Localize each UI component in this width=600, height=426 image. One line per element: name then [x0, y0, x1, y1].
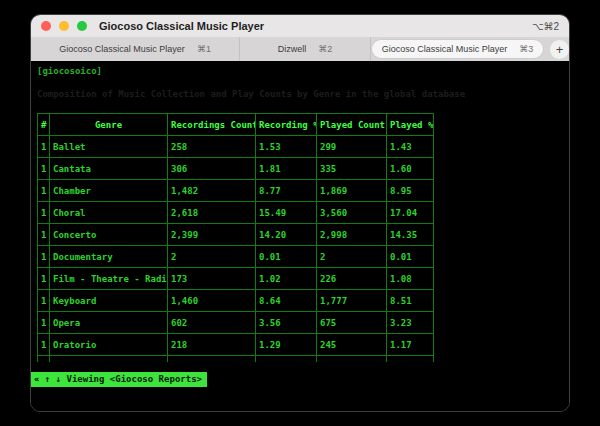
table-cell: Choral: [50, 202, 168, 224]
table-cell: 8.51: [387, 290, 434, 312]
table-cell: 2: [317, 246, 387, 268]
terminal-prompt: [giocosoico]: [37, 66, 102, 76]
window-title: Giocoso Classical Music Player: [99, 20, 264, 32]
table-cell: 299: [317, 136, 387, 158]
table-cell: 1: [38, 202, 50, 224]
table-cell: 1,777: [317, 290, 387, 312]
table-cell: 1.53: [256, 136, 317, 158]
table-cell: 1: [38, 312, 50, 334]
report-subtitle: Composition of Music Collection and Play…: [37, 89, 465, 99]
tab-shortcut: ⌘2: [318, 44, 332, 54]
tab-label: Giocoso Classical Music Player: [382, 44, 508, 54]
table-row: 1Film - Theatre - Radio1731.022261.08: [38, 268, 434, 290]
table-cell: 602: [168, 312, 256, 334]
tab-shortcut: ⌘1: [197, 44, 211, 54]
table-cell: Ballet: [50, 136, 168, 158]
table-cell: 3.23: [387, 312, 434, 334]
table-cell: Opera: [50, 312, 168, 334]
column-header: Played Count: [317, 114, 387, 136]
table-cell: 245: [317, 334, 387, 356]
tab-giocoso-3-active[interactable]: Giocoso Classical Music Player ⌘3: [372, 40, 543, 58]
table-cell: 226: [317, 268, 387, 290]
table-cell: 1: [38, 290, 50, 312]
table-cell: [50, 356, 168, 363]
table-cell: 0.01: [256, 246, 317, 268]
table-cell: 1.08: [387, 268, 434, 290]
table-cell: 8.95: [387, 180, 434, 202]
table-cell: 675: [317, 312, 387, 334]
table-cell: 1: [38, 224, 50, 246]
table-cell: Cantata: [50, 158, 168, 180]
table-cell: 3.56: [256, 312, 317, 334]
genre-report-table: #GenreRecordings CountRecording %Played …: [37, 113, 435, 376]
table-cell: 2,618: [168, 202, 256, 224]
table-cell: 0.01: [387, 246, 434, 268]
table-cell: 306: [168, 158, 256, 180]
status-bar: « ↑ ↓ Viewing <Giocoso Reports>: [31, 372, 207, 387]
table-cell: 2: [168, 246, 256, 268]
table-cell: Concerto: [50, 224, 168, 246]
column-header: Genre: [50, 114, 168, 136]
table-cell: 8.64: [256, 290, 317, 312]
table-cell: 1.60: [387, 158, 434, 180]
table-cell: Film - Theatre - Radio: [50, 268, 168, 290]
table-row: 1Concerto2,39914.202,99814.35: [38, 224, 434, 246]
table-cell: 335: [317, 158, 387, 180]
table-cell: 1: [38, 246, 50, 268]
table-row: 1Ballet2581.532991.43: [38, 136, 434, 158]
title-bar[interactable]: Giocoso Classical Music Player ⌥⌘2: [31, 15, 569, 37]
table-cell: 1.02: [256, 268, 317, 290]
tab-bar: Giocoso Classical Music Player ⌘1 Dizwel…: [31, 37, 569, 62]
table-cell: Documentary: [50, 246, 168, 268]
table-cell: 1: [38, 334, 50, 356]
window-shortcut-hint: ⌥⌘2: [532, 21, 559, 32]
table-cell: 1: [38, 268, 50, 290]
tab-label: Dizwell: [278, 44, 307, 54]
table-cell: 1,482: [168, 180, 256, 202]
tab-shortcut: ⌘3: [519, 44, 533, 54]
table-cell: 218: [168, 334, 256, 356]
table-cell: 14.35: [387, 224, 434, 246]
table-cell: 8.77: [256, 180, 317, 202]
table-cell: 1.29: [256, 334, 317, 356]
table-row: 1Documentary20.0120.01: [38, 246, 434, 268]
tab-giocoso-1[interactable]: Giocoso Classical Music Player ⌘1: [31, 37, 240, 61]
table-cell: 14.20: [256, 224, 317, 246]
table-cell: [38, 356, 50, 363]
minimize-button[interactable]: [59, 21, 69, 31]
table-cell: 1: [38, 136, 50, 158]
table-cell: 1: [38, 158, 50, 180]
column-header: Recording %: [256, 114, 317, 136]
table-cell: 1.43: [387, 136, 434, 158]
column-header: Played %: [387, 114, 434, 136]
table-cell: 1.81: [256, 158, 317, 180]
table-cell: 258: [168, 136, 256, 158]
table-cell: 1: [38, 180, 50, 202]
table-cell: Chamber: [50, 180, 168, 202]
table-cell: 3,560: [317, 202, 387, 224]
table-row: 1Keyboard1,4608.641,7778.51: [38, 290, 434, 312]
table-row: 1Chamber1,4828.771,8698.95: [38, 180, 434, 202]
desktop-background: Giocoso Classical Music Player ⌥⌘2 Gioco…: [0, 0, 600, 426]
table-cell: 173: [168, 268, 256, 290]
table-cell: 1.17: [387, 334, 434, 356]
table-header-row: #GenreRecordings CountRecording %Played …: [38, 114, 434, 136]
table-row: 1Choral2,61815.493,56017.04: [38, 202, 434, 224]
table-cell: Keyboard: [50, 290, 168, 312]
terminal-content[interactable]: [giocosoico] Composition of Music Collec…: [31, 61, 569, 411]
terminal-window: Giocoso Classical Music Player ⌥⌘2 Gioco…: [30, 14, 570, 412]
traffic-lights: [41, 21, 87, 31]
table-cell: 1,869: [317, 180, 387, 202]
table-cell: 15.49: [256, 202, 317, 224]
table-cell: [387, 356, 434, 363]
tab-dizwell[interactable]: Dizwell ⌘2: [240, 37, 371, 61]
table-cell: [256, 356, 317, 363]
table-cell: [168, 356, 256, 363]
table-cell: 2,399: [168, 224, 256, 246]
table-cell: 2,998: [317, 224, 387, 246]
close-button[interactable]: [41, 21, 51, 31]
zoom-button[interactable]: [77, 21, 87, 31]
column-header: #: [38, 114, 50, 136]
new-tab-button[interactable]: +: [550, 40, 569, 59]
column-header: Recordings Count: [168, 114, 256, 136]
